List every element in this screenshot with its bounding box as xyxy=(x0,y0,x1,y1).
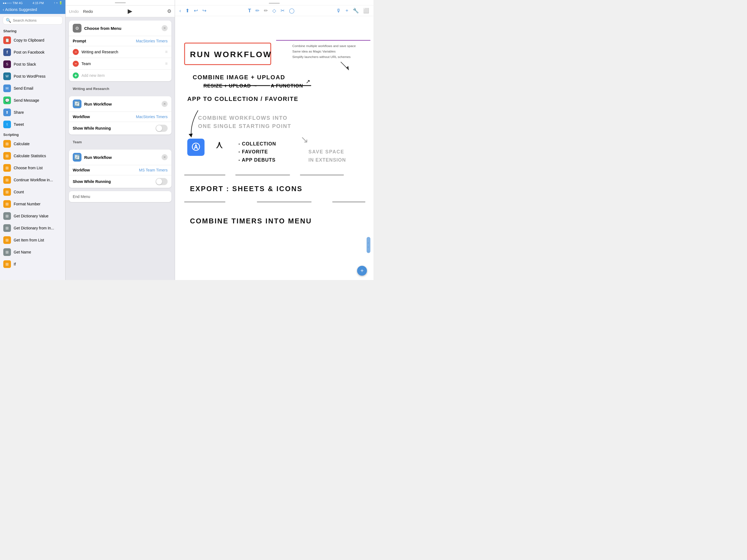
action-get-dictionary-value[interactable]: ⊞ Get Dictionary Value xyxy=(0,210,66,222)
action-get-name[interactable]: ⊞ Get Name xyxy=(0,246,66,258)
action-if[interactable]: ⊞ If xyxy=(0,258,66,270)
end-menu-card: End Menu xyxy=(69,191,172,202)
action-continue-workflow[interactable]: ⊞ Continue Workflow in... xyxy=(0,174,66,186)
drag-indicator xyxy=(115,2,126,3)
workflow-1-label: Workflow xyxy=(73,114,90,119)
get-name-icon: ⊞ xyxy=(3,248,11,256)
calculate-statistics-icon: ⊞ xyxy=(3,152,11,160)
search-bar[interactable]: 🔍 xyxy=(3,16,62,25)
action-get-item-from-list[interactable]: ⊞ Get Item from List xyxy=(0,234,66,246)
add-toolbar-icon[interactable]: + xyxy=(345,8,349,14)
continue-workflow-icon: ⊞ xyxy=(3,176,11,184)
time: 4:15 PM xyxy=(32,1,44,5)
nav-bar: ‹ Actions Suggested xyxy=(0,6,66,14)
svg-text:APP TO COLLECTION / FAVORITE: APP TO COLLECTION / FAVORITE xyxy=(187,96,299,102)
action-send-message[interactable]: 💬 Send Message xyxy=(0,94,66,106)
eraser-tool-icon[interactable]: ◇ xyxy=(272,8,276,14)
workflow-2-row: Workflow MS Team Timers xyxy=(69,165,172,175)
writing-drag-handle[interactable]: ≡ xyxy=(165,50,168,54)
choose-from-menu-close-button[interactable]: ✕ xyxy=(162,25,168,31)
run-workflow-1-close-button[interactable]: ✕ xyxy=(162,101,168,107)
action-count[interactable]: ⊞ Count xyxy=(0,186,66,198)
post-slack-icon: S xyxy=(3,60,11,68)
play-button[interactable]: ▶ xyxy=(128,8,132,15)
svg-text:COMBINE IMAGE + UPLOAD: COMBINE IMAGE + UPLOAD xyxy=(193,74,285,81)
notes-content: Combine multiple workflows and save spac… xyxy=(175,16,374,280)
svg-text:Simplify launchers without URL: Simplify launchers without URL schemes xyxy=(292,55,351,59)
show-while-running-1-label: Show While Running xyxy=(73,126,111,130)
pen-tool-icon[interactable]: ✏ xyxy=(255,8,259,14)
maximize-icon[interactable]: ⬜ xyxy=(363,8,369,14)
share-toolbar-icon[interactable]: ⬆ xyxy=(185,8,189,14)
search-input[interactable] xyxy=(13,18,60,22)
action-post-slack[interactable]: S Post to Slack xyxy=(0,58,66,70)
svg-text:⋏: ⋏ xyxy=(215,138,223,150)
microphone-icon[interactable]: 🎙 xyxy=(336,8,341,14)
scissors-tool-icon[interactable]: ✂ xyxy=(281,8,285,14)
svg-text:SAVE SPACE: SAVE SPACE xyxy=(308,149,344,154)
action-calculate-statistics-label: Calculate Statistics xyxy=(14,154,46,158)
svg-text:COMBINE TIMERS INTO MENU: COMBINE TIMERS INTO MENU xyxy=(190,217,312,225)
action-calculate-label: Calculate xyxy=(14,142,29,146)
prompt-value[interactable]: MacStories Timers xyxy=(136,39,168,43)
back-nav-icon[interactable]: ‹ xyxy=(179,8,181,14)
undo-button[interactable]: Undo xyxy=(69,9,79,14)
action-post-facebook-label: Post on Facebook xyxy=(14,50,45,54)
show-while-running-2-row: Show While Running xyxy=(69,175,172,188)
post-wordpress-icon: W xyxy=(3,73,11,80)
workflow-1-value[interactable]: MacStories Timers xyxy=(136,114,168,119)
redo-toolbar-icon[interactable]: ↪ xyxy=(202,8,206,14)
action-post-facebook[interactable]: f Post on Facebook xyxy=(0,46,66,58)
redo-button[interactable]: Redo xyxy=(83,9,93,14)
run-workflow-2-header: 🔄 Run Workflow ✕ xyxy=(69,150,172,165)
lasso-tool-icon[interactable]: ◯ xyxy=(289,8,294,14)
count-icon: ⊞ xyxy=(3,188,11,196)
get-dictionary-from-icon: ⊞ xyxy=(3,224,11,232)
team-item-label: Team xyxy=(81,61,162,66)
remove-team-button[interactable]: − xyxy=(73,61,79,67)
svg-text:↗: ↗ xyxy=(306,78,310,84)
remove-writing-button[interactable]: − xyxy=(73,49,79,55)
middle-panel: Undo Redo ▶ ⚙ ⚙ Choose from Menu ✕ Promp… xyxy=(66,0,175,280)
action-tweet[interactable]: t Tweet xyxy=(0,119,66,130)
workflow-2-value[interactable]: MS Team Timers xyxy=(139,168,168,172)
svg-text:1: 1 xyxy=(367,250,368,252)
wrench-icon[interactable]: 🔧 xyxy=(353,8,359,14)
choose-from-menu-title: Choose from Menu xyxy=(84,26,159,31)
action-post-slack-label: Post to Slack xyxy=(14,62,36,67)
zoom-button[interactable]: + xyxy=(357,266,367,276)
add-item-button[interactable]: + xyxy=(73,73,79,78)
marker-tool-icon[interactable]: ✏ xyxy=(264,8,268,14)
action-choose-from-list[interactable]: ⊞ Choose from List xyxy=(0,162,66,174)
team-drag-handle[interactable]: ≡ xyxy=(165,61,168,66)
show-while-running-2-toggle[interactable] xyxy=(156,178,168,185)
prompt-label: Prompt xyxy=(73,39,86,43)
settings-button[interactable]: ⚙ xyxy=(167,8,172,14)
action-copy-clipboard-label: Copy to Clipboard xyxy=(14,38,44,42)
action-send-email[interactable]: ✉ Send Email xyxy=(0,82,66,94)
writing-item-label: Writing and Research xyxy=(81,50,162,54)
action-tweet-label: Tweet xyxy=(14,122,24,127)
action-post-wordpress[interactable]: W Post to WordPress xyxy=(0,70,66,82)
action-calculate[interactable]: ⊞ Calculate xyxy=(0,138,66,150)
back-button[interactable]: ‹ Actions Suggested xyxy=(3,7,37,12)
run-workflow-2-close-button[interactable]: ✕ xyxy=(162,154,168,160)
action-get-dictionary-from-in[interactable]: ⊞ Get Dictionary from In... xyxy=(0,222,66,234)
svg-text:↘: ↘ xyxy=(301,134,308,145)
show-while-running-1-toggle[interactable] xyxy=(156,125,168,132)
add-new-item-row[interactable]: + Add new item xyxy=(69,70,172,81)
text-tool-icon[interactable]: T xyxy=(248,8,251,14)
choose-from-menu-icon: ⚙ xyxy=(73,24,81,32)
action-calculate-statistics[interactable]: ⊞ Calculate Statistics xyxy=(0,150,66,162)
action-share[interactable]: ⬆ Share xyxy=(0,106,66,119)
post-facebook-icon: f xyxy=(3,48,11,56)
carrier: ●●○○○ TIM 4G xyxy=(3,1,23,5)
action-share-label: Share xyxy=(14,110,24,114)
get-dictionary-value-icon: ⊞ xyxy=(3,212,11,220)
undo-toolbar-icon[interactable]: ↩ xyxy=(194,8,198,14)
action-format-number[interactable]: ⊞ Format Number xyxy=(0,198,66,210)
action-continue-workflow-label: Continue Workflow in... xyxy=(14,178,53,182)
toolbar-right: 🎙 + 🔧 ⬜ xyxy=(336,8,369,14)
middle-nav: Undo Redo ▶ ⚙ xyxy=(66,5,175,17)
action-copy-clipboard[interactable]: 📋 Copy to Clipboard xyxy=(0,34,66,46)
